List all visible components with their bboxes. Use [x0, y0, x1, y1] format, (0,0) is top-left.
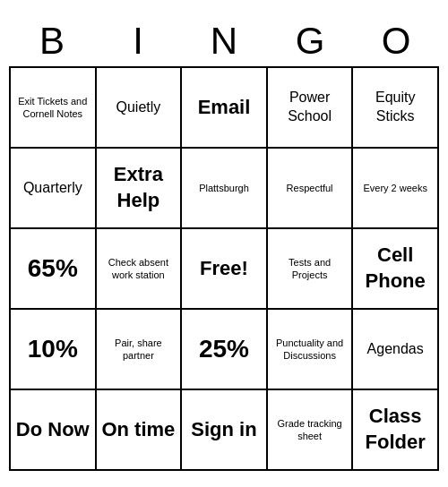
bingo-cell-3-1: Pair, share partner — [97, 310, 183, 390]
bingo-cell-0-0: Exit Tickets and Cornell Notes — [11, 68, 97, 149]
bingo-grid: Exit Tickets and Cornell NotesQuietlyEma… — [9, 66, 439, 471]
bingo-cell-0-3: Power School — [268, 68, 354, 149]
bingo-letter-O: O — [353, 16, 439, 66]
bingo-letter-B: B — [9, 16, 95, 66]
bingo-cell-4-0: Do Now — [11, 390, 97, 471]
bingo-cell-1-3: Respectful — [268, 149, 354, 229]
bingo-cell-2-1: Check absent work station — [97, 229, 183, 310]
bingo-cell-2-3: Tests and Projects — [268, 229, 354, 310]
bingo-cell-1-1: Extra Help — [97, 149, 183, 229]
bingo-cell-4-3: Grade tracking sheet — [268, 390, 354, 471]
bingo-cell-0-1: Quietly — [97, 68, 183, 149]
bingo-cell-3-3: Punctuality and Discussions — [268, 310, 354, 390]
bingo-cell-3-0: 10% — [11, 310, 97, 390]
bingo-cell-1-2: Plattsburgh — [182, 149, 268, 229]
bingo-cell-0-4: Equity Sticks — [353, 68, 439, 149]
bingo-cell-4-4: Class Folder — [353, 390, 439, 471]
bingo-cell-2-4: Cell Phone — [353, 229, 439, 310]
bingo-letter-I: I — [95, 16, 181, 66]
bingo-cell-2-0: 65% — [11, 229, 97, 310]
bingo-cell-1-4: Every 2 weeks — [353, 149, 439, 229]
bingo-header: BINGO — [9, 16, 439, 66]
bingo-letter-G: G — [267, 16, 353, 66]
bingo-cell-3-2: 25% — [182, 310, 268, 390]
bingo-cell-2-2: Free! — [182, 229, 268, 310]
bingo-cell-1-0: Quarterly — [11, 149, 97, 229]
bingo-card: BINGO Exit Tickets and Cornell NotesQuie… — [9, 16, 439, 471]
bingo-cell-4-2: Sign in — [182, 390, 268, 471]
bingo-letter-N: N — [181, 16, 267, 66]
bingo-cell-4-1: On time — [97, 390, 183, 471]
bingo-cell-3-4: Agendas — [353, 310, 439, 390]
bingo-cell-0-2: Email — [182, 68, 268, 149]
